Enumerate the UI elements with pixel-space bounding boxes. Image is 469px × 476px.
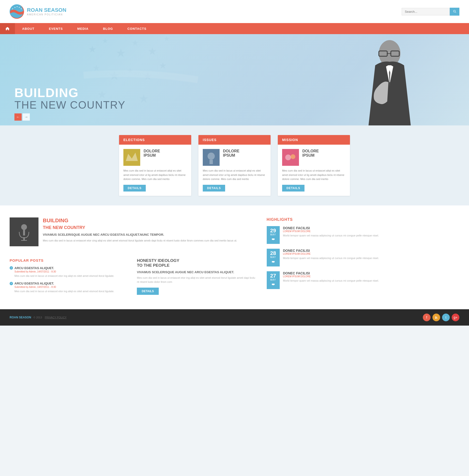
svg-point-26 — [208, 153, 215, 160]
social-twitter-button[interactable]: t — [442, 314, 450, 321]
svg-rect-33 — [23, 227, 25, 236]
card-elections-title: DOLORE IPSUM — [144, 149, 160, 158]
social-facebook-button[interactable]: f — [423, 314, 431, 321]
popular-posts: POPULAR POSTS ARCU EGESTAS ALIQUET. Subm… — [10, 258, 130, 293]
highlight-3-date: 27 MAY — [267, 271, 280, 289]
post-2-dot — [10, 282, 13, 285]
hero-title-line1: BUILDING — [15, 86, 126, 99]
card-mission-thumb — [282, 149, 299, 166]
svg-rect-35 — [21, 240, 27, 241]
featured-img-block: BUILDING THE NEW COUNTRY VIVAMUS SCELERI… — [10, 218, 257, 246]
hero-person — [353, 39, 426, 126]
post-1-title: ARCU EGESTAS ALIQUET. — [10, 266, 130, 270]
logo-area: ★ ★ ★ ★ ★ ROAN SEASON AMERICAN POLITICIA… — [10, 4, 66, 19]
honesty-title: HONESTY IDEOLOGY TO THE PEOPLE — [137, 258, 257, 268]
post-item-1: ARCU EGESTAS ALIQUET. Submitted by Admin… — [10, 266, 130, 278]
highlight-3-comment-icon — [269, 282, 277, 287]
cards-section: ELECTIONS DOLORE IPSUM Mes cum dia sed i… — [0, 126, 469, 206]
highlight-item-3: 27 MAY DONEC FACILISI LOREM IPSUM DOLORE… — [267, 271, 460, 289]
card-mission-item: DOLORE IPSUM — [282, 149, 346, 166]
nav-home-button[interactable] — [0, 23, 15, 34]
logo-icon: ★ ★ ★ ★ ★ — [10, 4, 24, 19]
footer-social: f t g+ — [423, 314, 459, 321]
featured-text-area: BUILDING THE NEW COUNTRY VIVAMUS SCELERI… — [43, 218, 257, 246]
hero-next-button[interactable]: → — [23, 113, 30, 121]
nav-events[interactable]: EVENTS — [42, 24, 70, 34]
social-googleplus-button[interactable]: g+ — [452, 314, 459, 321]
highlight-2-info: DONEC FACILISI LOREM IPSUM DOLORE Morbi … — [283, 249, 460, 260]
svg-text:★: ★ — [102, 37, 108, 45]
nav-about[interactable]: ABOUT — [15, 24, 42, 34]
honesty-lead: VIVAMUS SCELERISQUE AUGUE NEC ARCU EGEST… — [137, 270, 257, 274]
card-issues-thumb — [203, 149, 219, 166]
card-mission-body: DOLORE IPSUM Mes cum dia sed in lacus ut… — [278, 145, 350, 196]
post-2-meta: Submitted by Admin, 14/07/2011 - 8:30 — [15, 286, 130, 288]
card-elections-body: DOLORE IPSUM Mes cum dia sed in lacus ut… — [119, 145, 191, 196]
card-elections: ELECTIONS DOLORE IPSUM Mes cum dia sed i… — [119, 135, 191, 196]
card-issues-header: ISSUES — [199, 135, 270, 145]
footer-copyright: © 2013 — [34, 316, 42, 319]
card-elections-item: DOLORE IPSUM — [123, 149, 187, 166]
nav-blog[interactable]: BLOG — [96, 24, 120, 34]
post-item-2: ARCU EGESTAS ALIQUET. Submitted by Admin… — [10, 282, 130, 293]
honesty-column: HONESTY IDEOLOGY TO THE PEOPLE VIVAMUS S… — [137, 251, 257, 297]
svg-text:★: ★ — [16, 5, 18, 8]
highlight-1-info: DONEC FACILISI LOREM IPSUM DOLORE Morbi … — [283, 226, 460, 238]
header: ★ ★ ★ ★ ★ ROAN SEASON AMERICAN POLITICIA… — [0, 0, 469, 23]
svg-text:★: ★ — [148, 46, 157, 57]
main-left-column: BUILDING THE NEW COUNTRY VIVAMUS SCELERI… — [10, 218, 257, 297]
honesty-details-btn[interactable]: DETAILS — [137, 288, 158, 295]
card-mission-text: Mes cum dia sed in lacus ut eniascet ali… — [282, 169, 346, 181]
highlights-title: HIGHLIGHTS — [267, 218, 460, 222]
logo-text: ROAN SEASON AMERICAN POLITICIAN — [27, 7, 66, 16]
svg-text:★: ★ — [18, 6, 20, 8]
hero-prev-button[interactable]: ← — [15, 113, 22, 121]
social-rss-button[interactable] — [433, 314, 440, 321]
svg-rect-27 — [209, 160, 213, 164]
highlight-item-1: 29 MAY DONEC FACILISI LOREM IPSUM DOLORE… — [267, 226, 460, 244]
svg-text:★: ★ — [132, 38, 139, 47]
nav-media[interactable]: MEDIA — [70, 24, 96, 34]
card-mission: MISSION DOLORE IPSUM Mes cum dia sed in … — [278, 135, 350, 196]
honesty-text: Mes cum dia sed in lacus ut eniascet eto… — [137, 276, 257, 284]
post-2-title: ARCU EGESTAS ALIQUET. — [10, 282, 130, 285]
search-button[interactable] — [450, 8, 459, 16]
svg-point-36 — [435, 318, 436, 319]
post-1-dot — [10, 266, 13, 270]
highlight-1-comment-icon — [269, 237, 277, 242]
card-elections-thumb — [123, 149, 140, 166]
highlight-2-comment-icon — [269, 259, 277, 265]
featured-post: BUILDING THE NEW COUNTRY VIVAMUS SCELERI… — [10, 218, 257, 251]
svg-text:★: ★ — [20, 8, 22, 10]
featured-title-line2: THE NEW COUNTRY — [43, 225, 257, 230]
svg-text:★: ★ — [116, 47, 126, 59]
card-mission-title: DOLORE IPSUM — [302, 149, 319, 158]
hero-stars-bg: ★ ★ ★ ★ ★ ★ ★ ★ ★ ★ ★ ★ ★ ★ — [0, 34, 281, 126]
popular-posts-title: POPULAR POSTS — [10, 258, 130, 262]
card-issues-btn[interactable]: DETAILS — [203, 185, 225, 191]
post-2-text: Mes cum dia sed in lacus ut eniascet eto… — [15, 289, 130, 293]
card-issues-item: DOLORE IPSUM — [203, 149, 266, 166]
svg-text:★: ★ — [12, 8, 13, 10]
card-issues-body: DOLORE IPSUM Mes cum dia sed in lacus ut… — [199, 145, 270, 196]
svg-point-30 — [291, 154, 295, 159]
featured-text: Mes cum dia sed in lacus ut eniascet eto… — [43, 238, 257, 243]
svg-text:★: ★ — [14, 6, 16, 8]
hero-title-line2: THE NEW COUNTRY — [15, 99, 126, 111]
site-name: ROAN SEASON — [27, 7, 66, 13]
card-issues-title: DOLORE IPSUM — [223, 149, 239, 158]
card-mission-header: MISSION — [278, 135, 350, 145]
main-section: BUILDING THE NEW COUNTRY VIVAMUS SCELERI… — [0, 206, 469, 309]
highlight-1-date: 29 MAY — [267, 226, 280, 244]
featured-lead: VIVAMUS SCELERISQUE AUGUE NEC ARCU EGEST… — [43, 233, 257, 237]
search-input[interactable] — [402, 8, 450, 15]
nav-contacts[interactable]: CONTACTS — [120, 24, 154, 34]
svg-point-29 — [285, 155, 291, 160]
home-icon — [5, 26, 10, 31]
site-tagline: AMERICAN POLITICIAN — [27, 13, 66, 16]
post-1-text: Mes cum dia sed in lacus ut eniascet eto… — [15, 274, 130, 278]
search-icon — [453, 9, 456, 13]
card-elections-btn[interactable]: DETAILS — [123, 185, 146, 191]
footer: ROAN SEASON © 2013 PRIVACY POLICY f t g+ — [0, 309, 469, 326]
card-mission-btn[interactable]: DETAILS — [282, 185, 304, 191]
